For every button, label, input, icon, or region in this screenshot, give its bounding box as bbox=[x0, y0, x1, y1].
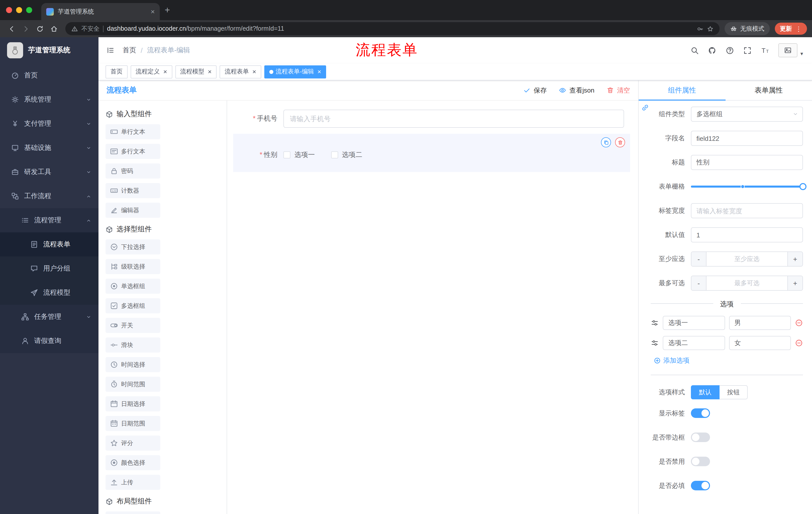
palette-item[interactable]: 行容器 bbox=[106, 512, 160, 514]
palette-item[interactable]: 下拉选择 bbox=[106, 239, 160, 254]
bookmark-star-icon[interactable] bbox=[707, 25, 714, 32]
palette-item[interactable]: 日期选择 bbox=[106, 396, 160, 411]
link-icon[interactable] bbox=[641, 104, 649, 112]
view-tag[interactable]: 流程表单-编辑 × bbox=[264, 65, 326, 78]
palette-item[interactable]: 编辑器 bbox=[106, 203, 160, 218]
palette-item[interactable]: 单选框组 bbox=[106, 279, 160, 294]
palette-item[interactable]: 时间范围 bbox=[106, 377, 160, 392]
field-name-input[interactable] bbox=[691, 131, 803, 146]
sidebar-item[interactable]: 支付管理 bbox=[0, 112, 98, 136]
palette-item[interactable]: 单行文本 bbox=[106, 124, 160, 139]
menu-dots-icon[interactable]: ⋮ bbox=[795, 25, 802, 32]
tab-component-props[interactable]: 组件属性 bbox=[639, 80, 725, 100]
toggle-switch[interactable] bbox=[691, 408, 710, 418]
toggle-switch[interactable] bbox=[691, 457, 710, 466]
sidebar-item[interactable]: 工作流程 bbox=[0, 184, 98, 208]
copy-widget-button[interactable] bbox=[601, 137, 611, 147]
new-tab-button[interactable]: + bbox=[160, 2, 175, 18]
palette-item[interactable]: 颜色选择 bbox=[106, 455, 160, 470]
palette-item[interactable]: 滑块 bbox=[106, 337, 160, 353]
breadcrumb-home[interactable]: 首页 bbox=[123, 46, 136, 55]
max-select-value[interactable]: 最多可选 bbox=[706, 276, 787, 290]
view-tag[interactable]: 流程表单 × bbox=[220, 65, 261, 78]
phone-input[interactable] bbox=[283, 110, 624, 128]
close-icon[interactable]: × bbox=[163, 69, 167, 75]
logo-row[interactable]: 芋道管理系统 bbox=[0, 37, 98, 63]
user-menu[interactable]: ▼ bbox=[778, 43, 804, 57]
palette-item[interactable]: 多选框组 bbox=[106, 298, 160, 313]
option-label-input[interactable] bbox=[663, 316, 725, 330]
back-button[interactable] bbox=[5, 22, 18, 35]
increase-button[interactable]: + bbox=[787, 276, 803, 290]
palette-item[interactable]: 密码 bbox=[106, 163, 160, 179]
option-label-input[interactable] bbox=[663, 336, 725, 350]
font-size-icon[interactable] bbox=[761, 46, 769, 55]
checkbox[interactable] bbox=[331, 152, 338, 158]
save-button[interactable]: 保存 bbox=[523, 86, 547, 95]
browser-update-button[interactable]: 更新 ⋮ bbox=[775, 23, 807, 35]
sidebar-item[interactable]: 流程表单 bbox=[0, 232, 98, 256]
remove-option-icon[interactable] bbox=[795, 319, 803, 327]
grid-slider[interactable] bbox=[691, 179, 803, 194]
palette-item[interactable]: 时间选择 bbox=[106, 357, 160, 372]
minimize-window-button[interactable] bbox=[16, 7, 22, 13]
slider-track[interactable] bbox=[691, 186, 803, 188]
sidebar-item[interactable]: 流程模型 bbox=[0, 281, 98, 305]
decrease-button[interactable]: - bbox=[691, 252, 706, 266]
add-option-button[interactable]: 添加选项 bbox=[654, 356, 803, 365]
reload-button[interactable] bbox=[33, 22, 46, 35]
decrease-button[interactable]: - bbox=[691, 276, 706, 290]
drag-handle-icon[interactable] bbox=[651, 319, 659, 327]
palette-item[interactable]: 多行文本 bbox=[106, 144, 160, 159]
palette-item[interactable]: 级联选择 bbox=[106, 259, 160, 274]
palette-item[interactable]: 日期范围 bbox=[106, 416, 160, 431]
browser-tab[interactable]: 芋道管理系统 × bbox=[41, 3, 160, 20]
sidebar-item[interactable]: 基础设施 bbox=[0, 136, 98, 160]
label-width-input[interactable] bbox=[691, 203, 803, 218]
toggle-switch[interactable] bbox=[691, 433, 710, 442]
forward-button[interactable] bbox=[19, 22, 32, 35]
checkbox-option[interactable]: 选项二 bbox=[331, 151, 362, 159]
title-input[interactable] bbox=[691, 155, 803, 170]
close-window-button[interactable] bbox=[6, 7, 12, 13]
palette-item[interactable]: 开关 bbox=[106, 318, 160, 333]
address-bar[interactable]: 不安全 dashboard.yudao.iocoder.cn/bpm/manag… bbox=[65, 22, 720, 35]
style-default-button[interactable]: 默认 bbox=[691, 385, 720, 399]
view-tag[interactable]: 流程模型 × bbox=[175, 65, 216, 78]
help-icon[interactable] bbox=[726, 46, 734, 55]
palette-item[interactable]: 计数器 bbox=[106, 183, 160, 198]
view-json-button[interactable]: 查看json bbox=[559, 86, 594, 95]
tab-form-props[interactable]: 表单属性 bbox=[725, 80, 812, 100]
slider-knob[interactable] bbox=[800, 183, 807, 190]
toggle-switch[interactable] bbox=[691, 481, 710, 490]
palette-item[interactable]: 上传 bbox=[106, 475, 160, 490]
sidebar-item[interactable]: 研发工具 bbox=[0, 160, 98, 184]
close-icon[interactable]: × bbox=[252, 69, 256, 75]
selected-widget[interactable]: 性别 选项一 选项二 bbox=[233, 134, 630, 172]
sidebar-item[interactable]: 系统管理 bbox=[0, 87, 98, 112]
option-value-input[interactable] bbox=[729, 316, 791, 330]
password-key-icon[interactable] bbox=[697, 25, 703, 32]
sidebar-item[interactable]: 用户分组 bbox=[0, 256, 98, 281]
sidebar-item[interactable]: 流程管理 bbox=[0, 208, 98, 232]
close-icon[interactable]: × bbox=[318, 69, 321, 75]
clear-button[interactable]: 清空 bbox=[607, 86, 630, 95]
search-icon[interactable] bbox=[690, 46, 699, 55]
default-value-input[interactable] bbox=[691, 227, 803, 242]
increase-button[interactable]: + bbox=[787, 252, 803, 266]
style-button-button[interactable]: 按钮 bbox=[720, 385, 748, 399]
home-button[interactable] bbox=[47, 22, 60, 35]
sidebar-item[interactable]: 请假查询 bbox=[0, 329, 98, 353]
fullscreen-icon[interactable] bbox=[743, 46, 752, 55]
github-icon[interactable] bbox=[708, 46, 717, 55]
palette-item[interactable]: 评分 bbox=[106, 436, 160, 451]
delete-widget-button[interactable] bbox=[615, 137, 625, 147]
sidebar-collapse-icon[interactable] bbox=[107, 46, 115, 54]
close-icon[interactable]: × bbox=[208, 69, 211, 75]
sidebar-item[interactable]: 任务管理 bbox=[0, 305, 98, 329]
remove-option-icon[interactable] bbox=[795, 339, 803, 347]
component-type-select[interactable]: 多选框组 bbox=[691, 107, 803, 122]
checkbox[interactable] bbox=[283, 152, 290, 158]
checkbox-option[interactable]: 选项一 bbox=[283, 151, 315, 159]
option-value-input[interactable] bbox=[729, 336, 791, 350]
